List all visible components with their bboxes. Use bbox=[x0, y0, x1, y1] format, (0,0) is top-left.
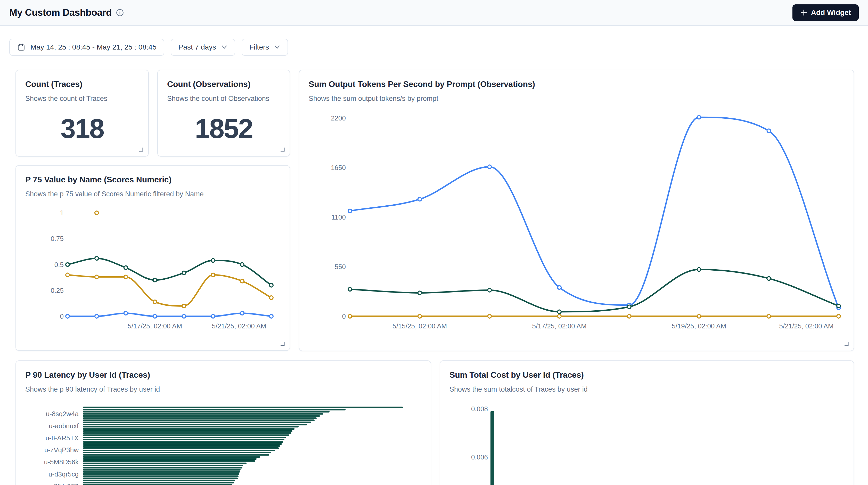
data-point-marker[interactable] bbox=[240, 311, 244, 315]
latency-bar[interactable] bbox=[83, 478, 238, 479]
data-point-marker[interactable] bbox=[767, 277, 771, 280]
data-point-marker[interactable] bbox=[627, 314, 631, 318]
data-point-marker[interactable] bbox=[95, 256, 98, 260]
latency-bar[interactable] bbox=[83, 441, 283, 443]
latency-bar[interactable] bbox=[83, 413, 323, 415]
data-point-marker[interactable] bbox=[837, 314, 840, 318]
data-point-marker[interactable] bbox=[240, 263, 244, 267]
data-point-marker[interactable] bbox=[66, 263, 69, 267]
latency-bar[interactable] bbox=[83, 480, 235, 481]
info-icon[interactable] bbox=[116, 8, 124, 17]
data-point-marker[interactable] bbox=[270, 314, 273, 318]
data-point-marker[interactable] bbox=[697, 116, 701, 119]
data-point-marker[interactable] bbox=[627, 305, 631, 308]
resize-handle-icon[interactable] bbox=[843, 341, 849, 347]
latency-bar[interactable] bbox=[83, 422, 311, 423]
latency-bar[interactable] bbox=[83, 443, 282, 445]
date-range-button[interactable]: May 14, 25 : 08:45 - May 21, 25 : 08:45 bbox=[9, 39, 164, 56]
data-point-marker[interactable] bbox=[837, 304, 840, 308]
latency-bar[interactable] bbox=[83, 428, 294, 429]
data-point-marker[interactable] bbox=[95, 211, 98, 215]
y-axis-tick-label: 1 bbox=[60, 209, 64, 217]
latency-bar[interactable] bbox=[83, 415, 320, 417]
data-point-marker[interactable] bbox=[270, 283, 273, 287]
latency-bar[interactable] bbox=[83, 473, 239, 475]
data-point-marker[interactable] bbox=[124, 266, 128, 270]
data-point-marker[interactable] bbox=[558, 314, 561, 318]
data-point-marker[interactable] bbox=[348, 314, 352, 318]
resize-handle-icon[interactable] bbox=[279, 340, 285, 347]
latency-bar[interactable] bbox=[83, 406, 403, 408]
latency-bar[interactable] bbox=[83, 452, 271, 453]
x-axis-tick-label: 5/21/25, 02:00 AM bbox=[212, 322, 266, 330]
data-point-marker[interactable] bbox=[418, 314, 422, 318]
data-point-marker[interactable] bbox=[697, 268, 701, 271]
data-point-marker[interactable] bbox=[697, 314, 701, 318]
data-point-marker[interactable] bbox=[124, 311, 128, 315]
data-point-marker[interactable] bbox=[66, 273, 69, 277]
latency-bar[interactable] bbox=[83, 408, 346, 410]
latency-bar[interactable] bbox=[83, 424, 307, 425]
data-point-marker[interactable] bbox=[153, 300, 157, 304]
data-point-marker[interactable] bbox=[488, 289, 491, 292]
latency-bar[interactable] bbox=[83, 417, 317, 419]
resize-handle-icon[interactable] bbox=[138, 146, 144, 153]
data-point-marker[interactable] bbox=[153, 314, 157, 318]
latency-bar[interactable] bbox=[83, 462, 247, 464]
latency-bar[interactable] bbox=[83, 426, 299, 427]
data-point-marker[interactable] bbox=[182, 271, 186, 275]
latency-bar[interactable] bbox=[83, 437, 286, 438]
latency-bar[interactable] bbox=[83, 450, 275, 451]
data-point-marker[interactable] bbox=[95, 275, 98, 279]
resize-handle-icon[interactable] bbox=[279, 146, 285, 153]
latency-bar[interactable] bbox=[83, 456, 260, 458]
data-point-marker[interactable] bbox=[558, 285, 561, 289]
data-point-marker[interactable] bbox=[418, 198, 422, 201]
data-point-marker[interactable] bbox=[182, 304, 186, 308]
cost-bar[interactable] bbox=[491, 411, 494, 485]
data-point-marker[interactable] bbox=[488, 165, 491, 169]
data-point-marker[interactable] bbox=[182, 314, 186, 318]
latency-bar[interactable] bbox=[83, 432, 291, 434]
data-point-marker[interactable] bbox=[153, 278, 157, 282]
latency-bar[interactable] bbox=[83, 482, 234, 483]
data-point-marker[interactable] bbox=[767, 314, 771, 318]
data-point-marker[interactable] bbox=[558, 310, 561, 314]
preset-dropdown[interactable]: Past 7 days bbox=[171, 39, 235, 56]
latency-bar[interactable] bbox=[83, 458, 256, 460]
p75-line-chart[interactable]: 00.250.50.7515/17/25, 02:00 AM5/21/25, 0… bbox=[16, 165, 290, 352]
data-point-marker[interactable] bbox=[211, 314, 215, 318]
data-point-marker[interactable] bbox=[488, 314, 491, 318]
latency-bar[interactable] bbox=[83, 454, 269, 455]
latency-bar[interactable] bbox=[83, 430, 292, 432]
data-point-marker[interactable] bbox=[270, 296, 273, 300]
latency-bar[interactable] bbox=[83, 465, 243, 466]
cost-bar-chart[interactable]: 0.0080.006 bbox=[440, 361, 855, 485]
latency-bar[interactable] bbox=[83, 445, 280, 447]
latency-bar[interactable] bbox=[83, 484, 232, 485]
data-point-marker[interactable] bbox=[767, 129, 771, 132]
latency-bar[interactable] bbox=[83, 467, 242, 468]
latency-bar[interactable] bbox=[83, 420, 315, 421]
data-point-marker[interactable] bbox=[418, 291, 422, 295]
data-point-marker[interactable] bbox=[95, 314, 98, 318]
data-point-marker[interactable] bbox=[348, 209, 352, 213]
latency-bar[interactable] bbox=[83, 447, 279, 449]
filters-dropdown[interactable]: Filters bbox=[242, 39, 288, 56]
latency-bar[interactable] bbox=[83, 439, 284, 441]
tokens-line-chart[interactable]: 05501100165022005/15/25, 02:00 AM5/17/25… bbox=[300, 70, 855, 352]
latency-bar[interactable] bbox=[83, 476, 239, 477]
data-point-marker[interactable] bbox=[240, 279, 244, 283]
data-point-marker[interactable] bbox=[66, 314, 69, 318]
latency-bar[interactable] bbox=[83, 460, 255, 462]
data-point-marker[interactable] bbox=[211, 259, 215, 262]
latency-bar[interactable] bbox=[83, 411, 330, 413]
data-point-marker[interactable] bbox=[348, 287, 352, 291]
latency-bar-chart[interactable]: u-8sq2w4au-aobnuxfu-tFAR5TXu-zVqP3hwu-5M… bbox=[16, 361, 432, 485]
latency-bar[interactable] bbox=[83, 471, 240, 473]
latency-bar[interactable] bbox=[83, 469, 241, 471]
data-point-marker[interactable] bbox=[124, 275, 128, 279]
add-widget-button[interactable]: Add Widget bbox=[793, 4, 859, 21]
data-point-marker[interactable] bbox=[211, 273, 215, 277]
latency-bar[interactable] bbox=[83, 434, 289, 436]
